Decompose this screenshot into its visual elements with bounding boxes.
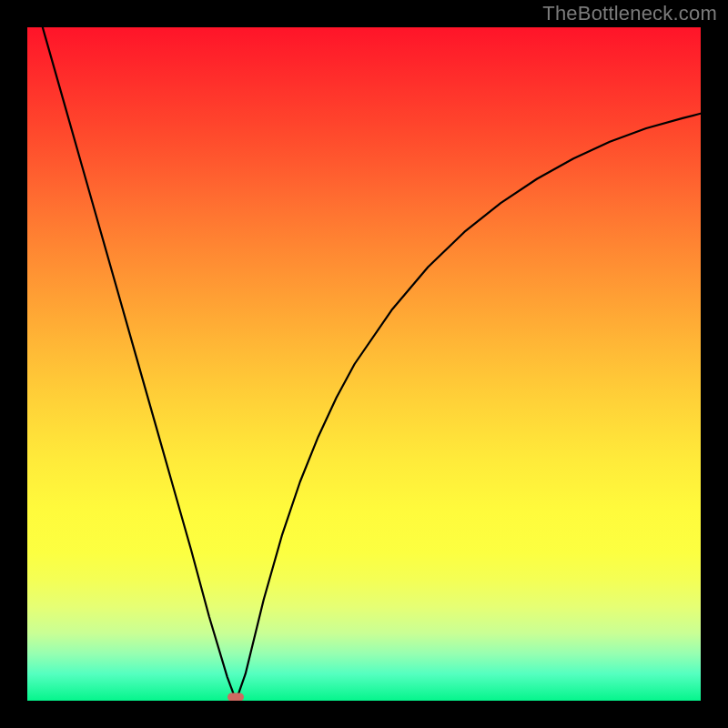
plot-area	[27, 27, 701, 701]
optimal-point-marker	[228, 693, 244, 702]
bottleneck-curve	[27, 27, 701, 701]
watermark-text: TheBottleneck.com	[542, 2, 717, 25]
chart-container: TheBottleneck.com	[0, 0, 728, 728]
